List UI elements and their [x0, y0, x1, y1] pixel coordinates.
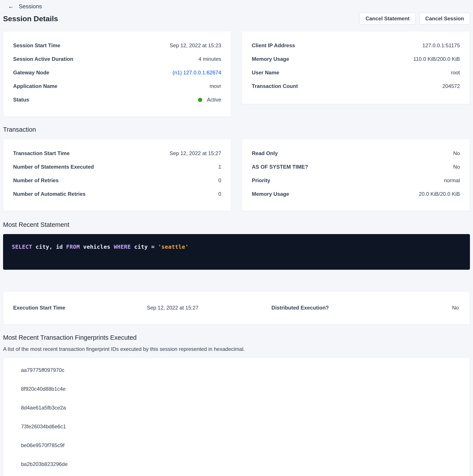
row-value: 4 minutes — [198, 56, 221, 62]
row-label: Transaction Start Time — [13, 150, 69, 156]
sql-keyword: SELECT — [12, 244, 32, 250]
row-label: Session Active Duration — [13, 56, 73, 62]
row-value: root — [451, 69, 460, 76]
row-label: AS OF SYSTEM TIME? — [252, 164, 308, 170]
row-label: Session Start Time — [13, 42, 60, 49]
sql-statement-box: SELECT city, id FROM vehicles WHERE city… — [3, 234, 470, 270]
transaction-card-right: Read Only No AS OF SYSTEM TIME? No Prior… — [242, 139, 470, 211]
row-value: No — [453, 150, 460, 156]
sql-text: city = — [131, 244, 158, 250]
arrow-left-icon[interactable]: ← — [8, 3, 14, 9]
fingerprint-list-item: ba2b203b823296de — [3, 455, 470, 474]
row-label: Status — [13, 97, 29, 103]
row-value: 127.0.0.1:51175 — [422, 42, 460, 49]
session-summary-card-right: Client IP Address 127.0.0.1:51175 Memory… — [242, 31, 470, 104]
fingerprint-list-item: 73fe26034bd6e6c1 — [3, 417, 470, 436]
row-value: normal — [444, 177, 460, 184]
session-summary-section: Session Start Time Sep 12, 2022 at 15:23… — [3, 31, 470, 117]
row-label: Client IP Address — [252, 42, 295, 49]
as-of-system-time-row: AS OF SYSTEM TIME? No — [252, 160, 460, 174]
distributed-execution-label: Distributed Execution? — [263, 305, 396, 311]
sql-keyword: WHERE — [114, 244, 131, 250]
row-value: 0 — [218, 177, 221, 184]
read-only-row: Read Only No — [252, 147, 460, 160]
memory-usage-row: Memory Usage 110.0 KiB/200.0 KiB — [252, 52, 460, 66]
cancel-statement-button[interactable]: Cancel Statement — [359, 13, 415, 24]
number-of-retries-row: Number of Retries 0 — [13, 174, 221, 187]
execution-start-time-label: Execution Start Time — [13, 305, 147, 311]
client-ip-row: Client IP Address 127.0.0.1:51175 — [252, 39, 460, 52]
row-value: 204572 — [442, 83, 460, 89]
breadcrumb-sessions-link[interactable]: Sessions — [19, 3, 42, 10]
gateway-node-row: Gateway Node (n1) 127.0.0.1:62674 — [13, 66, 221, 79]
row-label: Number of Automatic Retries — [13, 191, 85, 197]
fingerprint-list-item: 8f920c40d88b1c4e — [3, 379, 470, 398]
row-label: Number of Retries — [13, 177, 59, 184]
row-label: Memory Usage — [252, 56, 289, 62]
row-label: Gateway Node — [13, 69, 49, 76]
sql-string-literal: 'seattle' — [158, 244, 189, 250]
transaction-card-left: Transaction Start Time Sep 12, 2022 at 1… — [3, 139, 231, 211]
most-recent-statement-heading: Most Recent Statement — [3, 221, 470, 228]
session-summary-card-left: Session Start Time Sep 12, 2022 at 15:23… — [3, 31, 231, 117]
sql-keyword: FROM — [66, 244, 80, 250]
priority-row: Priority normal — [252, 174, 460, 187]
row-value: 1 — [218, 164, 221, 170]
row-value: Sep 12, 2022 at 15:27 — [170, 150, 221, 156]
row-label: Priority — [252, 177, 270, 184]
transaction-start-time-row: Transaction Start Time Sep 12, 2022 at 1… — [13, 147, 221, 160]
cancel-session-button[interactable]: Cancel Session — [420, 13, 470, 24]
execution-summary-card: Execution Start Time Sep 12, 2022 at 15:… — [3, 291, 470, 324]
automatic-retries-row: Number of Automatic Retries 0 — [13, 187, 221, 201]
row-value: 110.0 KiB/200.0 KiB — [413, 56, 460, 62]
fingerprints-card: aa79775ff097970c 8f920c40d88b1c4e 8d4ae6… — [3, 357, 470, 476]
session-start-time-row: Session Start Time Sep 12, 2022 at 15:23 — [13, 39, 221, 52]
status-value: Active — [207, 97, 221, 103]
user-name-row: User Name root — [252, 66, 460, 79]
status-row: Status Active — [13, 93, 221, 106]
fingerprint-list-item: be06e9570f785c9f — [3, 436, 470, 455]
transaction-count-row: Transaction Count 204572 — [252, 79, 460, 93]
row-value: 20.0 KiB/20.0 KiB — [419, 191, 460, 197]
transaction-section-heading: Transaction — [3, 126, 470, 133]
row-label: Application Name — [13, 83, 57, 89]
page-title: Session Details — [3, 15, 58, 23]
row-label: Memory Usage — [252, 191, 289, 197]
distributed-execution-value: No — [396, 305, 459, 311]
row-label: Read Only — [252, 150, 278, 156]
sql-text: vehicles — [80, 244, 114, 250]
fingerprint-list-item: aa79775ff097970c — [3, 361, 470, 379]
gateway-node-link[interactable]: (n1) 127.0.0.1:62674 — [172, 69, 221, 76]
status-badge: Active — [198, 97, 221, 103]
execution-start-time-value: Sep 12, 2022 at 15:27 — [147, 305, 263, 311]
row-value: No — [453, 164, 460, 170]
row-value: 0 — [218, 191, 221, 197]
transaction-memory-usage-row: Memory Usage 20.0 KiB/20.0 KiB — [252, 187, 460, 201]
page-header: Session Details Cancel Statement Cancel … — [0, 10, 473, 24]
transaction-section: Transaction Start Time Sep 12, 2022 at 1… — [3, 139, 470, 211]
header-actions: Cancel Statement Cancel Session — [359, 13, 470, 24]
application-name-row: Application Name movr — [13, 79, 221, 93]
row-label: Transaction Count — [252, 83, 298, 89]
breadcrumb: ← Sessions — [0, 0, 473, 10]
row-value: Sep 12, 2022 at 15:23 — [170, 42, 221, 49]
row-label: Number of Statements Executed — [13, 164, 94, 170]
fingerprints-section-heading: Most Recent Transaction Fingerprints Exe… — [3, 334, 470, 341]
row-label: User Name — [252, 69, 279, 76]
sql-text: city, id — [32, 244, 66, 250]
statements-executed-row: Number of Statements Executed 1 — [13, 160, 221, 174]
fingerprints-description: A list of the most recent transaction fi… — [3, 346, 470, 352]
status-active-dot-icon — [198, 98, 202, 102]
fingerprint-list-item: 8d4ae61a5fb3ce2a — [3, 398, 470, 417]
row-value: movr — [210, 83, 221, 89]
session-active-duration-row: Session Active Duration 4 minutes — [13, 52, 221, 66]
